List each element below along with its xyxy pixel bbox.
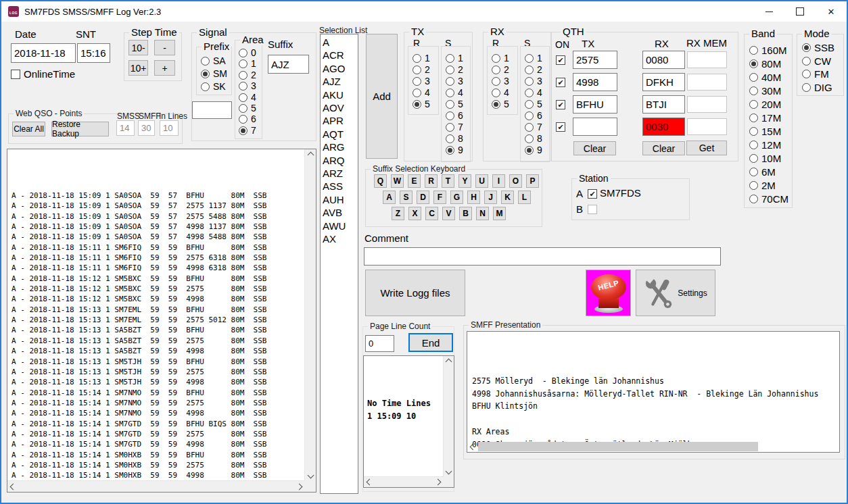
prefix-option[interactable]: SM: [201, 70, 227, 78]
keyboard-key[interactable]: G: [450, 191, 463, 204]
keyboard-key[interactable]: S: [400, 191, 413, 204]
online-time-label[interactable]: OnlineTime: [24, 68, 75, 80]
selection-listbox[interactable]: AACRAGOAJZAKUAOVAPRAQTARGARQARZASSAUHAVB…: [320, 34, 358, 494]
area-option[interactable]: 7: [239, 126, 256, 135]
band-option[interactable]: 70CM: [749, 195, 788, 203]
tx-r-option[interactable]: 2: [413, 66, 430, 74]
keyboard-key[interactable]: E: [408, 174, 421, 188]
prefix-option[interactable]: SK: [201, 82, 227, 91]
radio-icon[interactable]: [802, 57, 811, 66]
tx-s-option[interactable]: 4: [446, 89, 463, 97]
rx-r-option[interactable]: 1: [492, 54, 509, 63]
radio-icon[interactable]: [749, 100, 758, 109]
selection-item[interactable]: ACR: [321, 49, 358, 61]
rx-s-option[interactable]: 5: [525, 100, 542, 109]
rx-r-option[interactable]: 2: [492, 66, 509, 74]
radio-icon[interactable]: [525, 54, 534, 63]
selection-item[interactable]: AKU: [321, 89, 358, 101]
radio-icon[interactable]: [446, 134, 454, 143]
selection-item[interactable]: AOV: [321, 101, 358, 114]
band-option[interactable]: 15M: [749, 127, 788, 136]
add-button[interactable]: Add: [366, 34, 398, 159]
no-time-vertical-scrollbar[interactable]: [443, 356, 454, 477]
radio-icon[interactable]: [446, 54, 454, 63]
mode-option[interactable]: SSB: [802, 43, 834, 52]
qth-on-checkbox[interactable]: [556, 122, 565, 132]
rx-s-option[interactable]: 8: [525, 134, 542, 143]
radio-icon[interactable]: [525, 66, 534, 74]
step-10-plus-button[interactable]: 10+: [128, 60, 148, 76]
log-horizontal-scrollbar[interactable]: [7, 480, 305, 492]
clear-all-button[interactable]: Clear All: [12, 122, 45, 136]
qth-rx-mem-input[interactable]: [687, 96, 727, 113]
radio-icon[interactable]: [413, 66, 421, 74]
radio-icon[interactable]: [749, 181, 758, 190]
radio-icon[interactable]: [749, 168, 758, 176]
radio-icon[interactable]: [239, 49, 248, 57]
scroll-up-icon[interactable]: [308, 152, 314, 159]
radio-icon[interactable]: [749, 59, 758, 68]
log-vertical-scrollbar[interactable]: [304, 149, 316, 481]
scroll-right-icon[interactable]: [296, 484, 303, 490]
keyboard-key[interactable]: X: [408, 207, 421, 220]
tx-s-option[interactable]: 5: [446, 100, 463, 109]
keyboard-key[interactable]: L: [518, 191, 531, 204]
scroll-left-icon[interactable]: [367, 479, 373, 486]
qth-rx-mem-input[interactable]: [687, 51, 727, 68]
band-option[interactable]: 80M: [749, 59, 788, 68]
keyboard-key[interactable]: O: [509, 174, 522, 188]
prefix-option[interactable]: SA: [201, 57, 227, 66]
step-plus-button[interactable]: +: [154, 60, 175, 76]
selection-item[interactable]: AVB: [321, 206, 358, 219]
radio-icon[interactable]: [201, 70, 210, 78]
qth-on-checkbox[interactable]: [556, 55, 565, 65]
radio-icon[interactable]: [749, 141, 758, 149]
selection-item[interactable]: AQT: [321, 128, 358, 141]
radio-icon[interactable]: [413, 77, 421, 86]
maximize-button[interactable]: [784, 1, 816, 22]
radio-icon[interactable]: [239, 93, 248, 102]
radio-icon[interactable]: [492, 66, 500, 74]
radio-icon[interactable]: [492, 54, 500, 63]
scrollbar-thumb[interactable]: [478, 442, 758, 451]
end-button[interactable]: End: [408, 333, 453, 352]
radio-icon[interactable]: [492, 100, 500, 109]
selection-item[interactable]: ARQ: [321, 154, 358, 167]
radio-icon[interactable]: [525, 146, 534, 155]
online-time-checkbox[interactable]: [11, 70, 20, 79]
band-option[interactable]: 12M: [749, 141, 788, 149]
minimize-button[interactable]: [753, 1, 784, 22]
keyboard-key[interactable]: W: [391, 174, 404, 188]
suffix-input[interactable]: [268, 55, 309, 74]
band-option[interactable]: 2M: [749, 181, 788, 190]
radio-icon[interactable]: [239, 126, 248, 135]
scroll-left-icon[interactable]: [10, 484, 17, 490]
qth-rx-mem-input[interactable]: [687, 118, 727, 135]
keyboard-key[interactable]: F: [433, 191, 446, 204]
radio-icon[interactable]: [525, 89, 534, 97]
qth-on-checkbox[interactable]: [556, 78, 565, 87]
rx-r-option[interactable]: 3: [492, 77, 509, 86]
selection-item[interactable]: AJZ: [321, 75, 358, 88]
radio-icon[interactable]: [446, 66, 454, 74]
smff-presentation-box[interactable]: 2575 Mölleryd - Blekinge län Johannishus…: [467, 331, 840, 453]
radio-icon[interactable]: [239, 71, 248, 80]
qth-rx-clear-button[interactable]: Clear: [642, 141, 685, 155]
area-option[interactable]: 4: [239, 93, 256, 102]
keyboard-key[interactable]: N: [476, 207, 489, 220]
band-option[interactable]: 6M: [749, 168, 788, 176]
qth-tx-input[interactable]: [573, 118, 617, 136]
radio-icon[interactable]: [413, 89, 421, 97]
selection-item[interactable]: ARG: [321, 141, 358, 153]
keyboard-key[interactable]: U: [475, 174, 488, 188]
qth-get-button[interactable]: Get: [686, 141, 727, 155]
keyboard-key[interactable]: C: [425, 207, 438, 220]
selection-item[interactable]: AUH: [321, 193, 358, 206]
selection-item[interactable]: APR: [321, 114, 358, 127]
keyboard-key[interactable]: Z: [392, 207, 404, 220]
band-option[interactable]: 160M: [749, 46, 788, 55]
scroll-up-icon[interactable]: [446, 359, 452, 366]
band-option[interactable]: 10M: [749, 154, 788, 163]
radio-icon[interactable]: [239, 115, 248, 124]
radio-icon[interactable]: [525, 100, 534, 109]
